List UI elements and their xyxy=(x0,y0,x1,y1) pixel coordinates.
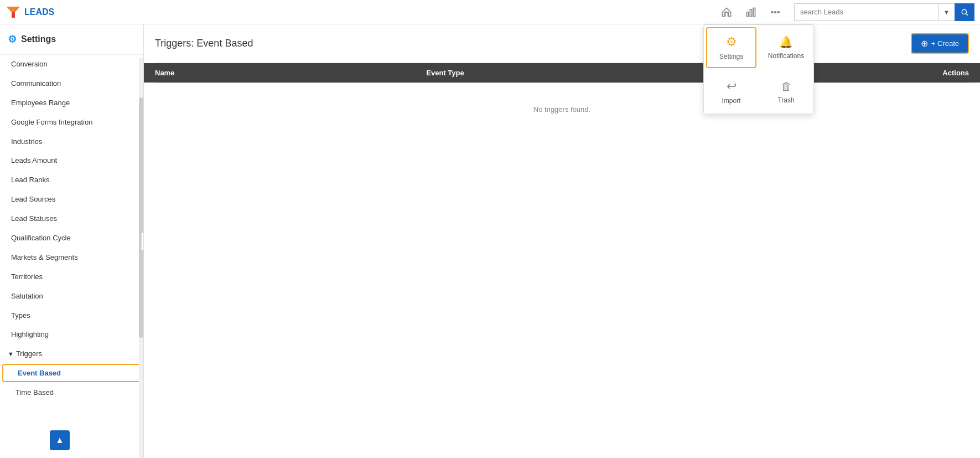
sidebar-item-lead-statuses[interactable]: Lead Statuses xyxy=(0,209,143,229)
sidebar-item-communication[interactable]: Communication xyxy=(0,74,143,94)
main-header: Triggers: Event Based ⊕ + Create xyxy=(144,24,980,63)
sidebar-item-employees-range[interactable]: Employees Range xyxy=(0,94,143,113)
search-button[interactable] xyxy=(955,3,974,21)
sidebar-item-google-forms[interactable]: Google Forms Integration xyxy=(0,113,143,132)
trash-icon: 🗑 xyxy=(781,80,792,93)
create-button-label: + Create xyxy=(931,39,959,48)
dropdown-menu: ⚙ Settings 🔔 Notifications ↩ Import 🗑 Tr… xyxy=(703,24,814,114)
sidebar-item-territories[interactable]: Territories xyxy=(0,267,143,287)
sidebar-item-industries[interactable]: Industries xyxy=(0,132,143,152)
search-input[interactable] xyxy=(794,3,938,21)
main-content: Triggers: Event Based ⊕ + Create Name Ev… xyxy=(144,24,980,458)
dropdown-notifications-label: Notifications xyxy=(768,52,804,60)
page-title: Triggers: Event Based xyxy=(155,38,253,49)
dropdown-import[interactable]: ↩ Import xyxy=(704,70,759,114)
stats-button[interactable] xyxy=(741,2,761,22)
sidebar-item-leads-amount[interactable]: Leads Amount xyxy=(0,151,143,171)
svg-point-5 xyxy=(771,11,773,13)
scroll-thumb[interactable] xyxy=(139,97,143,338)
sidebar-item-salutation[interactable]: Salutation xyxy=(0,287,143,306)
settings-gear-icon: ⚙ xyxy=(8,33,17,45)
sidebar-triggers-label: Triggers xyxy=(16,349,42,358)
home-button[interactable] xyxy=(717,2,737,22)
svg-point-6 xyxy=(775,11,776,13)
svg-point-8 xyxy=(962,9,966,14)
sidebar-item-event-based[interactable]: Event Based xyxy=(2,364,141,382)
app-name: LEADS xyxy=(24,7,54,17)
search-container: ▼ xyxy=(794,3,974,21)
sidebar-item-time-based[interactable]: Time Based xyxy=(0,383,143,402)
sidebar-item-types[interactable]: Types xyxy=(0,306,143,326)
svg-line-9 xyxy=(966,13,968,15)
sidebar-section-triggers[interactable]: ▼ Triggers xyxy=(0,344,143,363)
dropdown-notifications[interactable]: 🔔 Notifications xyxy=(759,25,813,70)
bell-icon: 🔔 xyxy=(779,35,793,49)
sidebar-item-highlighting[interactable]: Highlighting xyxy=(0,325,143,344)
settings-icon: ⚙ xyxy=(726,35,737,49)
table-header: Name Event Type Actions xyxy=(144,63,980,83)
scroll-track xyxy=(139,58,143,458)
top-nav: LEADS ▼ xyxy=(0,0,980,24)
sidebar-item-lead-sources[interactable]: Lead Sources xyxy=(0,190,143,209)
scroll-top-button[interactable]: ▲ xyxy=(50,430,70,450)
app-logo[interactable]: LEADS xyxy=(6,4,54,20)
dropdown-settings-label: Settings xyxy=(719,53,743,60)
sidebar-item-markets-segments[interactable]: Markets & Segments xyxy=(0,248,143,267)
svg-rect-3 xyxy=(750,9,751,17)
svg-rect-2 xyxy=(747,12,749,17)
create-button[interactable]: ⊕ + Create xyxy=(911,33,969,54)
dropdown-settings[interactable]: ⚙ Settings xyxy=(706,27,756,68)
sidebar-item-qualification-cycle[interactable]: Qualification Cycle xyxy=(0,229,143,248)
dropdown-trash[interactable]: 🗑 Trash xyxy=(759,70,813,114)
table-empty-message: No triggers found. xyxy=(144,83,980,136)
search-dropdown-btn[interactable]: ▼ xyxy=(938,3,955,21)
plus-icon: ⊕ xyxy=(921,38,928,49)
dropdown-import-label: Import xyxy=(722,97,740,105)
sidebar-item-conversion[interactable]: Conversion xyxy=(0,55,143,74)
sidebar-item-lead-ranks[interactable]: Lead Ranks xyxy=(0,171,143,190)
chevron-up-icon: ▲ xyxy=(55,435,64,445)
svg-marker-1 xyxy=(7,7,20,12)
col-name-header: Name xyxy=(155,69,426,77)
sidebar-header: ⚙ Settings xyxy=(0,24,143,55)
main-layout: ⚙ Settings Conversion Communication Empl… xyxy=(0,24,980,458)
dropdown-trash-label: Trash xyxy=(777,96,794,104)
svg-rect-4 xyxy=(753,8,755,16)
sidebar-title: Settings xyxy=(21,34,56,44)
logo-icon xyxy=(6,4,21,20)
nav-icons: ▼ xyxy=(717,2,974,22)
more-button[interactable] xyxy=(765,2,785,22)
sidebar: ⚙ Settings Conversion Communication Empl… xyxy=(0,24,144,458)
svg-point-7 xyxy=(778,11,780,13)
col-actions-header: Actions xyxy=(833,69,969,77)
chevron-down-icon: ▼ xyxy=(8,351,14,357)
import-icon: ↩ xyxy=(727,79,737,94)
